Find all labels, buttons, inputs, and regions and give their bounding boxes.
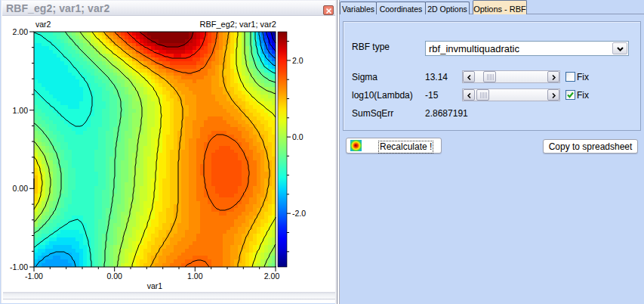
svg-text:0.00: 0.00 xyxy=(106,271,122,281)
svg-text:-1.00: -1.00 xyxy=(10,262,28,271)
svg-text:1.00: 1.00 xyxy=(13,106,29,115)
svg-text:0.0: 0.0 xyxy=(292,132,304,141)
svg-text:var1: var1 xyxy=(147,281,163,290)
svg-text:var2: var2 xyxy=(35,20,51,29)
svg-text:2.0: 2.0 xyxy=(292,56,304,65)
svg-text:1.00: 1.00 xyxy=(187,271,203,281)
svg-text:2.00: 2.00 xyxy=(13,27,29,36)
svg-text:0.00: 0.00 xyxy=(13,184,29,193)
svg-text:RBF_eg2; var1; var2: RBF_eg2; var1; var2 xyxy=(200,20,277,29)
svg-text:2.00: 2.00 xyxy=(264,271,280,281)
svg-text:-1.00: -1.00 xyxy=(25,271,43,281)
svg-text:-2.0: -2.0 xyxy=(292,209,306,218)
